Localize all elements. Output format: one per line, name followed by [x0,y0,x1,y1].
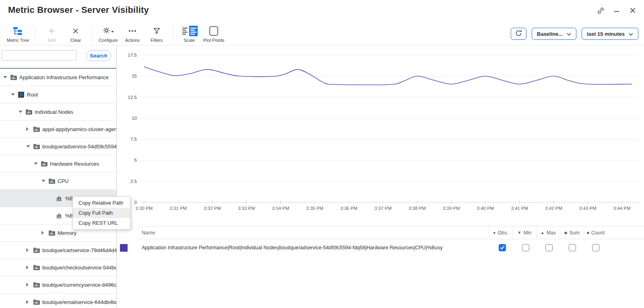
metric-icon [56,213,65,218]
refresh-button[interactable] [511,28,526,40]
chevron-collapsed-icon[interactable] [26,127,33,131]
close-icon[interactable] [629,6,637,14]
tree-item-appd-appdynamics-cluster-agent-appd[interactable]: appd-appdynamics-cluster-agent-appd [0,121,116,138]
tree-item-root[interactable]: Root [0,86,116,103]
x-axis-tick-label: 3:44 PM [609,206,635,211]
stat-column-header-min: ▼Min [512,226,536,239]
y-axis-tick-label: 12.5 [117,94,137,101]
table-row: Application Infrastructure Performance|R… [117,239,644,256]
scale-toggle-icon [181,26,198,36]
tree-item-hardware-resources[interactable]: Hardware Resources [0,155,116,172]
tree-item-boutique-cartservice-79d46d4d46-9b[interactable]: boutique/cartservice-79d46d4d46-9b [0,242,116,259]
stat-column-label: Max [547,230,556,236]
tree-item-individual-nodes[interactable]: Individual Nodes [0,103,116,121]
menu-item-copy-rest-url[interactable]: Copy REST URL [73,218,130,228]
metric-path-text: Application Infrastructure Performance|R… [139,245,491,251]
scale-left-icon[interactable] [181,26,189,36]
toolbar-divider [92,26,92,43]
chevron-expanded-icon[interactable] [19,111,26,113]
chevron-expanded-icon[interactable] [26,145,33,148]
y-axis-tick-label: 10 [117,115,137,121]
chevron-expanded-icon[interactable] [11,93,18,96]
clear-button[interactable]: Clear [64,25,88,43]
chevron-collapsed-icon[interactable] [26,300,33,304]
tree-item-label: boutique/emailservice-644db4bdf8-lc [42,299,116,305]
chevron-collapsed-icon[interactable] [26,283,33,287]
folder-metric-icon [33,248,42,253]
title-bar: Metric Browser - Server Visibility [0,0,644,23]
configure-gear-icon [103,27,110,35]
chevron-expanded-icon[interactable] [34,162,41,165]
actions-button[interactable]: Actions [120,25,144,43]
x-axis-tick-label: 3:43 PM [575,206,601,211]
checkbox-min[interactable] [522,244,529,251]
filters-button[interactable]: Filters [144,25,169,43]
chevron-collapsed-icon[interactable] [41,231,49,235]
chevron-down-icon [567,31,571,37]
menu-item-copy-full-path[interactable]: Copy Full Path [73,208,130,218]
table-header-row: Name ●Obs.▼Min▲Max◆Sum■Count [117,226,644,239]
metric-tree-icon [13,25,23,37]
page-title: Metric Browser - Server Visibility [8,5,149,15]
menu-item-copy-relative-path[interactable]: Copy Relative Path [73,198,130,208]
x-axis-tick-label: 3:38 PM [404,206,430,211]
plot-points-toggle[interactable]: Plot Points [201,25,227,43]
minimize-icon[interactable] [613,6,621,14]
folder-metric-icon [33,144,42,149]
x-axis-tick-label: 3:35 PM [302,206,328,211]
y-axis-tick-label: 2.5 [117,178,137,185]
time-range-dropdown[interactable]: last 15 minutes [582,28,638,40]
stat-column-label: Count [591,230,605,236]
y-axis-tick-label: 15 [117,73,137,79]
configure-button[interactable]: Configure [96,25,120,43]
metric-tree-button[interactable]: Metric Tree [5,25,31,43]
tree-item-cpu[interactable]: CPU [0,172,116,190]
metric-browser-window: Metric Browser - Server Visibility [0,0,644,308]
metric-tree-panel: Search Application Infrastructure Perfor… [0,46,117,308]
baseline-dropdown[interactable]: Baseline... [532,28,576,40]
chevron-expanded-icon[interactable] [41,180,49,182]
folder-metric-icon [33,265,42,270]
metric-chart[interactable]: 02.557.51012.51517.53:30 PM3:31 PM3:32 P… [117,46,644,215]
x-axis-tick-label: 3:34 PM [268,206,293,211]
x-axis-tick-label: 3:40 PM [473,206,498,211]
tree-item-label: Application Infrastructure Performance [19,74,109,80]
tree-item-label: CPU [58,178,68,184]
refresh-icon [515,29,522,38]
metric-icon [56,195,65,201]
x-axis-tick-label: 3:32 PM [200,206,225,211]
tree-item-boutique-checkoutservice-544bdf649[interactable]: boutique/checkoutservice-544bdf649 [0,259,116,276]
chart-plot-area[interactable] [140,55,639,206]
checkbox-max[interactable] [545,244,553,251]
x-axis-tick-label: 3:41 PM [507,206,533,211]
chevron-collapsed-icon[interactable] [26,265,33,269]
checkbox-obs[interactable] [499,244,506,251]
caret-down-icon [111,27,114,35]
tree-item-boutique-emailservice-644db4bdf8-lc[interactable]: boutique/emailservice-644db4bdf8-lc [0,294,116,308]
x-axis-tick-label: 3:39 PM [438,206,464,211]
chevron-expanded-icon[interactable] [3,76,10,78]
link-icon[interactable] [597,6,605,14]
stat-column-label: Min [523,230,531,236]
stat-column-header-sum: ◆Sum [560,226,584,239]
x-axis-tick-label: 3:42 PM [541,206,567,211]
tree-item-boutique-currencyservice-8496cb5c7[interactable]: boutique/currencyservice-8496cb5c7 [0,276,116,294]
tree-item-label: boutique/adservice-54d59c5594-fdq58 [42,144,116,150]
search-button[interactable]: Search [86,50,111,61]
folder-metric-icon [41,161,50,166]
metric-table: Name ●Obs.▼Min▲Max◆Sum■Count Application… [117,226,644,256]
tree-item-application-infrastructure-performance[interactable]: Application Infrastructure Performance [0,69,116,86]
y-axis-tick-label: 5 [117,157,137,163]
stat-column-header-max: ▲Max [536,226,560,239]
search-input[interactable] [2,50,76,61]
x-axis-tick-label: 3:36 PM [336,206,362,211]
scale-right-icon[interactable] [189,26,198,36]
scale-toggle[interactable]: Scale [177,25,201,43]
tree-item-label: Hardware Resources [50,161,99,167]
context-menu: Copy Relative PathCopy Full PathCopy RES… [72,196,130,230]
chevron-collapsed-icon[interactable] [26,248,33,252]
circle-marker-icon: ● [493,230,495,235]
tree-item-boutique-adservice-54d59c5594-fdq58[interactable]: boutique/adservice-54d59c5594-fdq58 [0,138,116,155]
checkbox-sum[interactable] [569,244,576,251]
checkbox-count[interactable] [592,244,599,251]
